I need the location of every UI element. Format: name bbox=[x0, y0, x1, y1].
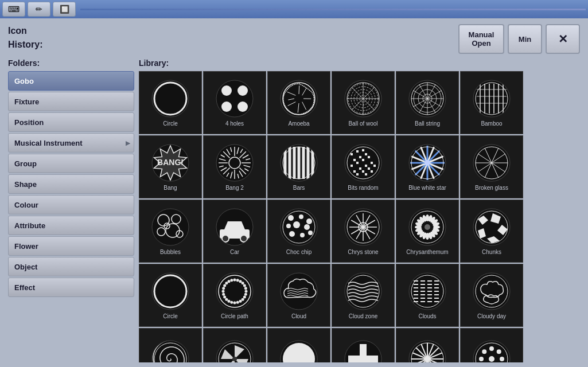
edit-button[interactable]: ✏ bbox=[28, 2, 50, 17]
sidebar-item-shape[interactable]: Shape bbox=[8, 174, 134, 194]
sidebar-item-musical-instrument[interactable]: Musical Instrument▶ bbox=[8, 133, 134, 153]
svg-point-192 bbox=[293, 221, 300, 228]
gobo-label-circle-path: Circle path bbox=[221, 313, 248, 320]
gobo-icon-ball-string bbox=[407, 78, 448, 119]
gobo-item-row6b[interactable] bbox=[203, 328, 266, 362]
svg-point-274 bbox=[244, 287, 247, 290]
svg-point-196 bbox=[308, 231, 313, 235]
gobo-item-car[interactable]: Car bbox=[203, 200, 266, 263]
svg-point-260 bbox=[225, 298, 228, 301]
gobo-item-bamboo[interactable]: Bamboo bbox=[460, 71, 523, 134]
sidebar-item-attribute[interactable]: Attribute bbox=[8, 216, 134, 235]
sidebar-item-position[interactable]: Position bbox=[8, 112, 134, 132]
gobo-icon-row6f bbox=[471, 338, 512, 362]
gobo-icon-row6b bbox=[214, 338, 255, 362]
gobo-item-row6d[interactable] bbox=[332, 328, 395, 362]
title-bar-line bbox=[80, 9, 586, 10]
svg-rect-125 bbox=[359, 167, 361, 170]
svg-rect-118 bbox=[359, 156, 361, 158]
main-area: Icon History: Manual Open Min ✕ Folders:… bbox=[0, 18, 588, 367]
svg-point-264 bbox=[222, 287, 225, 290]
gobo-icon-bang: BANG! bbox=[150, 142, 191, 184]
svg-rect-117 bbox=[353, 159, 356, 161]
gobo-icon-row6a bbox=[150, 338, 191, 362]
svg-point-351 bbox=[489, 356, 494, 362]
svg-point-269 bbox=[233, 279, 236, 282]
svg-point-193 bbox=[304, 224, 310, 230]
gobo-item-cloudy-day[interactable]: Cloudy day bbox=[460, 264, 523, 327]
gobo-label-ball-string: Ball string bbox=[415, 120, 440, 127]
sidebar-item-group[interactable]: Group bbox=[8, 154, 134, 173]
sidebar-item-colour[interactable]: Colour bbox=[8, 195, 134, 214]
svg-rect-116 bbox=[362, 149, 364, 151]
svg-rect-120 bbox=[351, 165, 353, 167]
svg-point-268 bbox=[230, 279, 233, 282]
gobo-item-row6f[interactable] bbox=[460, 328, 523, 362]
gobo-item-choc-chip[interactable]: Choc chip bbox=[267, 200, 330, 263]
library-grid[interactable]: Circle4 holesAmoebaBall of woolBall stri… bbox=[139, 71, 580, 362]
sidebar-item-effect[interactable]: Effect bbox=[8, 278, 134, 297]
keyboard-button[interactable]: ⌨ bbox=[2, 2, 25, 17]
gobo-icon-car bbox=[214, 206, 255, 248]
gobo-item-chrysanthemum[interactable]: Chrysanthemum bbox=[396, 200, 459, 263]
gobo-item-bang[interactable]: BANG!Bang bbox=[139, 135, 202, 198]
fixture-button[interactable]: 🔲 bbox=[53, 2, 76, 17]
close-button[interactable]: ✕ bbox=[546, 24, 580, 54]
gobo-item-cloud-zone[interactable]: Cloud zone bbox=[332, 264, 395, 327]
svg-rect-127 bbox=[371, 162, 373, 164]
gobo-item-bang2[interactable]: Bang 2 bbox=[203, 135, 266, 198]
sidebar-item-gobo[interactable]: Gobo bbox=[8, 71, 134, 91]
gobo-label-bamboo: Bamboo bbox=[481, 120, 502, 127]
svg-point-258 bbox=[230, 301, 233, 304]
gobo-item-ball-string[interactable]: Ball string bbox=[396, 71, 459, 134]
svg-point-271 bbox=[239, 280, 242, 283]
gobo-item-bars[interactable]: Bars bbox=[267, 135, 330, 198]
gobo-item-circle[interactable]: Circle bbox=[139, 71, 202, 134]
svg-rect-114 bbox=[351, 153, 353, 155]
svg-point-8 bbox=[221, 101, 232, 112]
gobo-item-circle2[interactable]: Circle bbox=[139, 264, 202, 327]
svg-point-347 bbox=[479, 357, 484, 361]
gobo-item-row6c[interactable] bbox=[267, 328, 330, 362]
gobo-icon-cloud bbox=[278, 271, 320, 312]
title-bar: ⌨ ✏ 🔲 bbox=[0, 0, 588, 18]
svg-rect-130 bbox=[368, 167, 370, 170]
svg-point-238 bbox=[425, 224, 430, 230]
gobo-item-blue-white-star[interactable]: Blue white star bbox=[396, 135, 459, 198]
gobo-label-cloudy-day: Cloudy day bbox=[477, 313, 506, 320]
svg-point-252 bbox=[244, 293, 247, 296]
gobo-item-4holes[interactable]: 4 holes bbox=[203, 71, 266, 134]
gobo-item-chunks[interactable]: Chunks bbox=[460, 200, 523, 263]
gobo-item-bubbles[interactable]: Bubbles bbox=[139, 200, 202, 263]
svg-point-254 bbox=[242, 298, 244, 301]
gobo-item-broken-glass[interactable]: Broken glass bbox=[460, 135, 523, 198]
gobo-item-ball-of-wool[interactable]: Ball of wool bbox=[332, 71, 395, 134]
folders-label: Folders: bbox=[8, 58, 134, 68]
gobo-label-circle2: Circle bbox=[163, 313, 178, 320]
min-button[interactable]: Min bbox=[508, 24, 542, 54]
gobo-icon-row6e bbox=[407, 338, 448, 362]
gobo-item-bits-random[interactable]: Bits random bbox=[332, 135, 395, 198]
svg-rect-115 bbox=[356, 150, 359, 153]
library-panel: Library: Circle4 holesAmoebaBall of wool… bbox=[139, 58, 580, 362]
gobo-item-amoeba[interactable]: Amoeba bbox=[267, 71, 330, 134]
gobo-item-circle-path[interactable]: Circle path bbox=[203, 264, 266, 327]
svg-point-257 bbox=[233, 302, 236, 304]
svg-point-153 bbox=[425, 160, 430, 166]
sidebar-item-object[interactable]: Object bbox=[8, 257, 134, 276]
manual-open-button[interactable]: Manual Open bbox=[458, 24, 504, 54]
gobo-item-row6a[interactable] bbox=[139, 328, 202, 362]
gobo-label-cloud: Cloud bbox=[291, 313, 306, 320]
gobo-label-ball-of-wool: Ball of wool bbox=[348, 120, 377, 127]
svg-point-267 bbox=[228, 280, 231, 283]
svg-rect-123 bbox=[368, 156, 370, 158]
gobo-item-row6e[interactable] bbox=[396, 328, 459, 362]
svg-point-262 bbox=[222, 293, 225, 296]
gobo-item-chrys-stone[interactable]: Chrys stone bbox=[332, 200, 395, 263]
sidebar-item-flower[interactable]: Flower bbox=[8, 236, 134, 256]
gobo-item-cloud[interactable]: Cloud bbox=[267, 264, 330, 327]
gobo-label-circle: Circle bbox=[163, 120, 178, 127]
svg-point-266 bbox=[225, 282, 228, 284]
gobo-item-clouds[interactable]: Clouds bbox=[396, 264, 459, 327]
sidebar-item-fixture[interactable]: Fixture bbox=[8, 92, 134, 111]
